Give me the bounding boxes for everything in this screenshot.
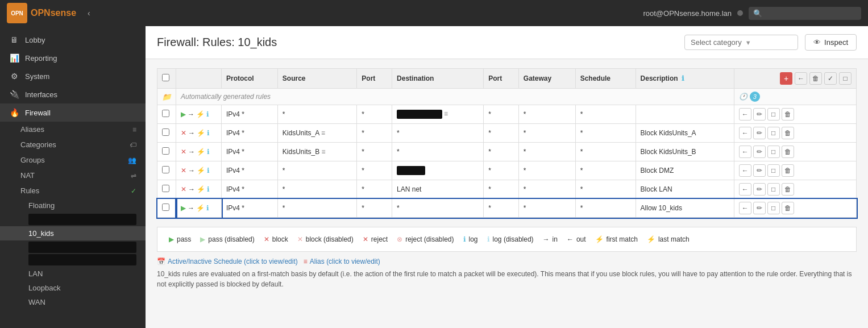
sidebar-item-10kids[interactable]: 10_kids xyxy=(0,226,146,240)
row-check xyxy=(157,105,176,124)
row-checkbox[interactable] xyxy=(162,147,169,155)
ag-text: Automatically generated rules xyxy=(176,89,734,105)
row-dest-port: * xyxy=(484,124,519,143)
legend-block-disabled: ✕ block (disabled) xyxy=(297,235,354,243)
table-row: ✕ → ⚡ ℹ IPv4 * * * * * * B xyxy=(157,161,857,180)
edit-button[interactable]: ✏ xyxy=(753,202,766,214)
add-rule-button[interactable]: + xyxy=(780,72,792,85)
row-checkbox[interactable] xyxy=(162,185,169,192)
sidebar-item-firewall[interactable]: 🔥 Firewall xyxy=(0,103,146,122)
folder-icon: 📁 xyxy=(162,93,171,101)
table-row: ▶ → ⚡ ℹ IPv4 * * * ≡ * * * xyxy=(157,105,857,124)
legend-reject: ✕ reject xyxy=(363,235,388,243)
move-rule-button[interactable]: ← xyxy=(795,72,807,85)
edit-button[interactable]: ✏ xyxy=(753,127,766,139)
move-button[interactable]: ← xyxy=(739,183,751,196)
row-checkbox[interactable] xyxy=(162,128,169,136)
sidebar-item-rule2-black[interactable] xyxy=(28,242,136,253)
inspect-button[interactable]: 👁 Inspect xyxy=(805,34,857,51)
row-actions: ← ✏ □ 🗑 xyxy=(734,143,856,161)
row-schedule: * xyxy=(575,180,636,199)
th-protocol: Protocol xyxy=(222,69,278,89)
move-button[interactable]: ← xyxy=(739,127,751,139)
delete-button[interactable]: 🗑 xyxy=(782,183,794,196)
block-legend-label: block xyxy=(272,235,288,243)
row-source: * xyxy=(277,199,357,218)
notes-links: 📅 Active/Inactive Schedule (click to vie… xyxy=(157,258,857,269)
clone-button[interactable]: □ xyxy=(767,146,780,158)
row-description xyxy=(636,105,734,124)
sidebar-item-system[interactable]: ⚙ System xyxy=(0,67,146,85)
legend-last-match: ⚡ last match xyxy=(647,235,690,243)
search-input[interactable] xyxy=(766,9,857,18)
row-dest-port: * xyxy=(484,143,519,161)
sidebar-item-label: Lobby xyxy=(25,36,45,44)
delete-button[interactable]: 🗑 xyxy=(782,127,794,139)
row-checkbox[interactable] xyxy=(162,166,169,173)
th-select-all[interactable] xyxy=(157,69,176,89)
clone-button[interactable]: □ xyxy=(767,127,780,139)
toggle-rule-button[interactable]: ✓ xyxy=(824,72,837,85)
sidebar-item-wan[interactable]: WAN xyxy=(0,295,146,309)
delete-button[interactable]: 🗑 xyxy=(782,202,794,214)
row-action-icons: ✕ → ⚡ ℹ xyxy=(176,124,222,143)
groups-icon: 👥 xyxy=(128,156,136,164)
lightning-icon: ⚡ xyxy=(197,148,205,156)
sidebar-item-lobby[interactable]: 🖥 Lobby xyxy=(0,31,146,49)
direction-icon: → xyxy=(188,204,194,212)
move-button[interactable]: ← xyxy=(739,108,751,121)
sidebar-item-categories[interactable]: Categories 🏷 xyxy=(0,137,146,152)
clone-button[interactable]: □ xyxy=(767,108,780,121)
search-box: 🔍 xyxy=(749,7,861,20)
clone-button[interactable]: □ xyxy=(767,164,780,177)
delete-button[interactable]: 🗑 xyxy=(782,164,794,177)
sidebar-item-reporting[interactable]: 📊 Reporting xyxy=(0,49,146,67)
sidebar-item-lan[interactable]: LAN xyxy=(0,267,146,281)
sidebar-item-rules[interactable]: Rules ✓ xyxy=(0,183,146,198)
row-actions: ← ✏ □ 🗑 xyxy=(734,199,856,218)
alias-link[interactable]: ≡ Alias (click to view/edit) xyxy=(304,258,380,265)
sidebar-item-rule1-black[interactable] xyxy=(28,214,136,225)
delete-rule-button[interactable]: 🗑 xyxy=(809,72,822,85)
clone-button[interactable]: □ xyxy=(767,202,780,214)
category-select[interactable]: Select category ▼ xyxy=(684,35,798,50)
edit-button[interactable]: ✏ xyxy=(753,164,766,177)
block-disabled-legend-icon: ✕ xyxy=(297,235,303,243)
select-all-checkbox[interactable] xyxy=(162,74,169,81)
delete-button[interactable]: 🗑 xyxy=(782,146,794,158)
row-checkbox[interactable] xyxy=(162,110,169,117)
move-button[interactable]: ← xyxy=(739,164,751,177)
move-button[interactable]: ← xyxy=(739,146,751,158)
schedule-link[interactable]: 📅 Active/Inactive Schedule (click to vie… xyxy=(157,258,298,265)
row-checkbox[interactable] xyxy=(162,204,169,211)
row-port: * xyxy=(357,105,392,124)
table-row: ▶ → ⚡ ℹ IPv4 * * * * * * * A xyxy=(157,199,857,218)
categories-icon: 🏷 xyxy=(130,141,136,149)
row-port: * xyxy=(357,143,392,161)
clone-button[interactable]: □ xyxy=(767,183,780,196)
alias-list-icon: ≡ xyxy=(304,258,308,265)
sidebar-item-interfaces[interactable]: 🔌 Interfaces xyxy=(0,85,146,103)
categories-label: Categories xyxy=(20,140,56,149)
delete-button[interactable]: 🗑 xyxy=(782,108,794,121)
sidebar-item-rule3-black[interactable] xyxy=(28,254,136,265)
edit-button[interactable]: ✏ xyxy=(753,108,766,121)
sidebar-toggle[interactable]: ‹ xyxy=(83,6,95,20)
sidebar-item-groups[interactable]: Groups 👥 xyxy=(0,152,146,168)
sidebar-item-floating[interactable]: Floating xyxy=(0,198,146,213)
edit-button[interactable]: ✏ xyxy=(753,183,766,196)
sidebar-item-nat[interactable]: NAT ⇌ xyxy=(0,168,146,183)
log-legend-label: log xyxy=(469,235,478,243)
first-match-legend-icon: ⚡ xyxy=(595,235,604,243)
sidebar: 🖥 Lobby 📊 Reporting ⚙ System 🔌 Interface… xyxy=(0,26,146,328)
firewall-submenu: Aliases ≡ Categories 🏷 Groups 👥 NAT ⇌ Ru… xyxy=(0,122,146,309)
alias-icon: ≡ xyxy=(322,148,326,156)
direction-icon: → xyxy=(188,129,195,137)
brand: OPN OPNsense xyxy=(7,3,76,23)
sidebar-item-loopback[interactable]: Loopback xyxy=(0,281,146,295)
sidebar-item-aliases[interactable]: Aliases ≡ xyxy=(0,122,146,137)
sidebar-item-label: Reporting xyxy=(25,54,57,63)
edit-button[interactable]: ✏ xyxy=(753,146,766,158)
move-button[interactable]: ← xyxy=(739,202,751,214)
copy-rule-button[interactable]: □ xyxy=(839,72,852,85)
